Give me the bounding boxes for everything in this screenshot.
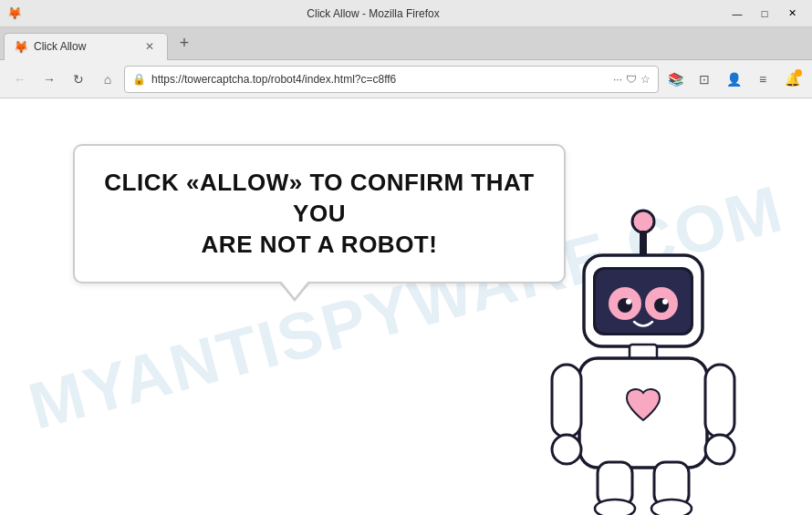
svg-point-20 xyxy=(651,500,692,515)
speech-bubble: CLICK «ALLOW» TO CONFIRM THAT YOU ARE NO… xyxy=(73,144,566,283)
extensions-icon[interactable]: 📚 xyxy=(662,67,688,92)
navbar: ← → ↻ ⌂ 🔒 https://towercaptcha.top/robot… xyxy=(0,60,812,98)
tab-close-button[interactable]: ✕ xyxy=(141,38,158,55)
main-content: MYANTISPYWARE.COM CLICK «ALLOW» TO CONFI… xyxy=(0,98,812,515)
reload-button[interactable]: ↻ xyxy=(66,67,91,92)
svg-point-0 xyxy=(632,211,654,232)
svg-rect-14 xyxy=(705,365,734,438)
firefox-logo-icon: 🦊 xyxy=(7,6,22,20)
forward-button[interactable]: → xyxy=(36,67,62,92)
titlebar-left: 🦊 xyxy=(7,6,22,20)
bubble-line2: ARE NOT A ROBOT! xyxy=(202,231,438,258)
account-icon[interactable]: 👤 xyxy=(721,67,746,92)
home-button[interactable]: ⌂ xyxy=(95,67,120,92)
window-title: Click Allow - Mozilla Firefox xyxy=(22,7,724,20)
svg-point-15 xyxy=(552,435,581,464)
close-button[interactable]: ✕ xyxy=(779,5,805,23)
more-options-icon[interactable]: ··· xyxy=(613,73,622,86)
toolbar-right: 📚 ⊡ 👤 ≡ 🔔 xyxy=(662,67,805,92)
synced-tabs-icon[interactable]: ⊡ xyxy=(692,67,717,92)
active-tab[interactable]: 🦊 Click Allow ✕ xyxy=(4,33,168,60)
bubble-line1: CLICK «ALLOW» TO CONFIRM THAT YOU xyxy=(104,169,534,227)
overflow-menu-icon[interactable]: ≡ xyxy=(750,67,776,92)
tab-favicon-icon: 🦊 xyxy=(14,40,28,54)
shield-icon: 🛡 xyxy=(626,73,637,86)
security-icon: 🔒 xyxy=(132,73,146,86)
url-text: https://towercaptcha.top/robot4/index.ht… xyxy=(151,73,608,86)
notification-icon[interactable]: 🔔 xyxy=(779,67,805,92)
titlebar: 🦊 Click Allow - Mozilla Firefox — □ ✕ xyxy=(0,0,812,27)
svg-point-9 xyxy=(626,299,631,304)
address-bar-icons: ··· 🛡 ☆ xyxy=(613,73,651,86)
bubble-message: CLICK «ALLOW» TO CONFIRM THAT YOU ARE NO… xyxy=(102,168,536,260)
svg-rect-13 xyxy=(552,365,581,438)
tabbar: 🦊 Click Allow ✕ + xyxy=(0,27,812,60)
tab-label: Click Allow xyxy=(34,40,136,53)
back-button[interactable]: ← xyxy=(7,67,33,92)
svg-point-16 xyxy=(705,435,734,464)
window-controls: — □ ✕ xyxy=(724,5,805,23)
robot-svg xyxy=(502,205,785,515)
robot-illustration xyxy=(502,205,785,515)
address-bar[interactable]: 🔒 https://towercaptcha.top/robot4/index.… xyxy=(124,66,659,93)
svg-point-10 xyxy=(662,299,668,304)
maximize-button[interactable]: □ xyxy=(752,5,777,23)
bookmark-icon[interactable]: ☆ xyxy=(640,73,651,86)
minimize-button[interactable]: — xyxy=(724,5,750,23)
svg-point-19 xyxy=(595,500,635,515)
new-tab-button[interactable]: + xyxy=(172,31,197,57)
